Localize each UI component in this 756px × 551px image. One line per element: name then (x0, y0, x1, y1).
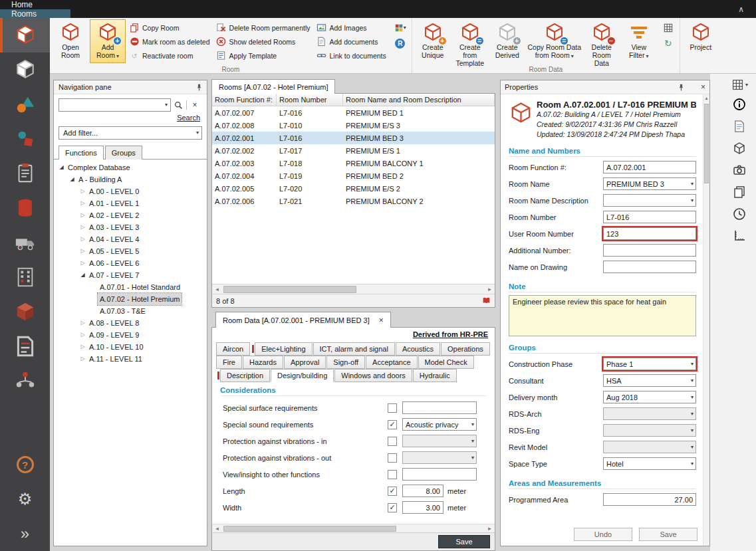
horizontal-scrollbar[interactable]: ◂ ▸ (212, 524, 495, 532)
scroll-right-icon[interactable]: ▸ (485, 525, 495, 532)
value-field[interactable]: ▾ (603, 424, 696, 437)
properties-view-grid-button[interactable]: ▾ (732, 79, 748, 90)
value-field[interactable]: Phase 1 ▾ (603, 358, 696, 370)
color-grid-button[interactable]: ▾ (392, 21, 408, 35)
value-field[interactable]: ▾ (402, 451, 477, 464)
table-row[interactable]: A.07.02.003 L7-018 PREMIUM BALCONY 1 (212, 157, 495, 169)
tree-item[interactable]: A.05 - LEVEL 5 (54, 245, 207, 257)
value-field[interactable]: 8.00 ▾ (402, 485, 443, 497)
scrollbar-thumb[interactable] (704, 104, 709, 183)
sidebar-contacts-button[interactable] (0, 364, 50, 398)
sidebar-packages-button[interactable] (0, 294, 50, 329)
show-deleted-rooms-button[interactable]: Show deleted Rooms (215, 35, 314, 49)
tree-item[interactable]: A.00 - LEVEL 0 (54, 185, 207, 197)
tree-item[interactable]: Complex Database (54, 162, 207, 173)
tree-item[interactable]: A - Building A (54, 173, 207, 185)
value-field[interactable]: L7-016 ▾ (603, 211, 696, 223)
room-data-tab[interactable]: Operations (441, 342, 490, 356)
documents-view-button[interactable] (731, 118, 748, 135)
value-field[interactable]: ▾ (402, 468, 477, 481)
rooms-document-tab[interactable]: Rooms [A.07.02 - Hotel Premium] (211, 79, 335, 94)
tree-item[interactable]: A.02 - LEVEL 2 (54, 209, 207, 221)
chevron-down-icon[interactable]: ▾ (165, 102, 168, 108)
tree-item[interactable]: A.08 - LEVEL 8 (54, 317, 207, 329)
add-images-button[interactable]: Add Images (315, 21, 390, 35)
value-field[interactable]: ▾ (402, 401, 477, 414)
table-row[interactable]: A.07.02.007 L7-016 PREMIUM BED 1 (212, 106, 495, 119)
sidebar-room-functions-button[interactable] (0, 53, 50, 87)
scrollbar-thumb[interactable] (223, 286, 356, 293)
reactivate-room-button[interactable]: ↺Reactivate room (128, 49, 213, 62)
sidebar-buildings-button[interactable] (0, 260, 50, 294)
open-room-button[interactable]: Open Room (53, 19, 88, 63)
sidebar-items-button[interactable] (0, 87, 50, 122)
checkbox[interactable] (388, 437, 397, 446)
tree-item[interactable]: A.04 - LEVEL 4 (54, 233, 207, 245)
value-field[interactable]: ▾ (603, 194, 696, 207)
value-field[interactable]: ▾ (603, 261, 696, 273)
checkbox[interactable] (388, 453, 397, 463)
sidebar-logistics-button[interactable] (0, 225, 50, 260)
tree-item[interactable]: A.07.02 - Hotel Premium (54, 293, 207, 305)
table-row[interactable]: A.07.02.006 L7-021 PREMIUM BALCONY 2 (212, 195, 495, 207)
room-data-tab[interactable]: Acceptance (366, 356, 417, 369)
navigation-tab[interactable]: Functions (59, 146, 104, 160)
sidebar-database-button[interactable] (0, 191, 50, 225)
note-textarea[interactable]: Engineer please review this space for he… (509, 295, 696, 336)
room-data-tab[interactable]: Acoustics (396, 342, 440, 356)
room-data-tab[interactable]: Model Check (418, 356, 474, 369)
value-field[interactable]: 3.00 ▾ (402, 501, 443, 514)
tree-item[interactable]: A.03 - LEVEL 3 (54, 221, 207, 233)
room-data-tab[interactable]: ICT, alarm and signal (313, 342, 395, 356)
value-field[interactable]: ▾ (603, 441, 696, 453)
room-data-document-tab[interactable]: Room Data [A.07.02.001 - PREMIUM BED 3] … (215, 312, 391, 328)
room-data-tab[interactable]: Windows and doors (334, 369, 412, 382)
room-data-tab[interactable]: Elec+Lighting (255, 342, 312, 356)
tree-item[interactable]: A.01 - LEVEL 1 (54, 197, 207, 209)
value-field[interactable]: 123 ▾ (603, 227, 696, 240)
history-view-button[interactable] (731, 205, 748, 223)
tree-item[interactable]: A.07 - LEVEL 7 (54, 269, 207, 281)
derived-from-link[interactable]: Derived from HR-PRE (413, 330, 488, 338)
pin-icon[interactable] (195, 83, 203, 92)
column-header[interactable]: Room Function #: (212, 94, 277, 106)
undo-button[interactable]: Undo (574, 528, 632, 541)
create-derived-button[interactable]: + Create Derived (489, 19, 525, 63)
delete-room-permanently-button[interactable]: Delete Room permanently (215, 21, 314, 35)
table-row[interactable]: A.07.02.001 L7-016 PREMIUM BED 3 (212, 132, 495, 144)
pin-icon[interactable] (677, 83, 686, 92)
tree-item[interactable]: A.06 - LEVEL 6 (54, 257, 207, 269)
value-field[interactable]: ▾ (402, 435, 477, 447)
room-data-tab[interactable]: Hazards (243, 356, 283, 369)
copies-view-button[interactable] (731, 183, 748, 201)
room-data-tab[interactable]: Hydraulic (413, 369, 457, 382)
close-icon[interactable]: × (701, 83, 705, 91)
images-view-button[interactable] (731, 162, 748, 179)
project-button[interactable]: Project (683, 19, 719, 63)
checkbox[interactable]: ✓ (388, 503, 397, 512)
red-book-icon[interactable] (482, 296, 491, 305)
tree-item[interactable]: A.07.03 - T&E (54, 305, 207, 317)
room-data-table-button[interactable] (660, 21, 676, 35)
collapse-ribbon-button[interactable]: ∧ (726, 0, 756, 18)
table-row[interactable]: A.07.02.004 L7-019 PREMIUM BED 2 (212, 169, 495, 182)
apply-template-button[interactable]: Apply Template (215, 49, 314, 62)
value-field[interactable]: ▾ (603, 244, 696, 257)
search-icon[interactable] (171, 98, 186, 112)
save-button[interactable]: Save (639, 528, 697, 541)
room-data-tab[interactable]: Aircon (216, 342, 250, 356)
tree-item[interactable]: A.11 - LEVEL 11 (54, 353, 207, 365)
room-data-tab[interactable]: Description (220, 369, 270, 382)
room-data-tab[interactable]: Design/building (271, 369, 334, 382)
horizontal-scrollbar[interactable]: ◂ ▸ (212, 284, 495, 294)
tree-item[interactable]: A.10 - LEVEL 10 (54, 341, 207, 353)
add-documents-button[interactable]: Add documents (315, 35, 390, 49)
room-data-tab[interactable]: Fire (216, 356, 242, 369)
value-field[interactable]: Acoustic privacy ▾ (402, 418, 477, 431)
revit-link-button[interactable]: R (392, 37, 408, 50)
clear-search-icon[interactable]: × (188, 98, 202, 112)
scroll-right-icon[interactable]: ▸ (485, 286, 495, 292)
sidebar-item-groups-button[interactable] (0, 122, 50, 156)
create-unique-button[interactable]: + Create Unique (415, 19, 451, 63)
info-view-button[interactable] (731, 96, 748, 113)
